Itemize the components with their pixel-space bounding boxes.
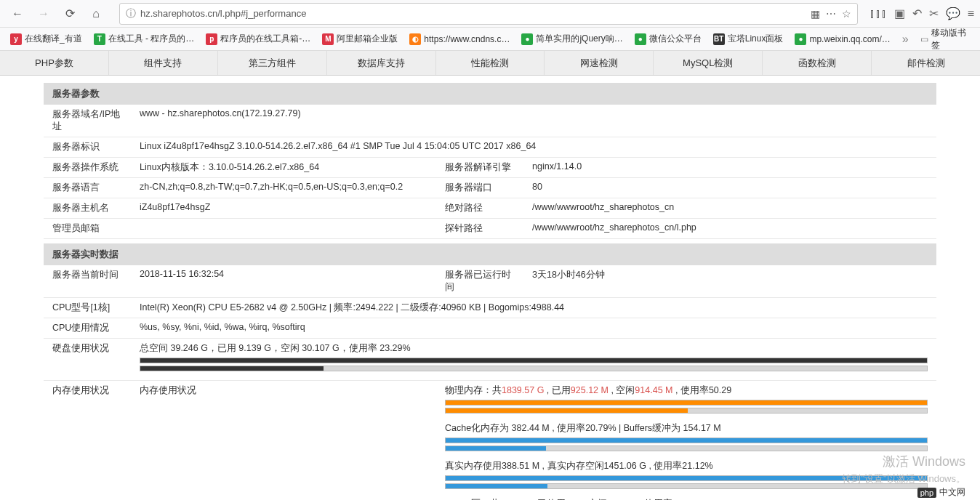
php-cn-logo[interactable]: php中文网 [917, 486, 965, 499]
undo-icon[interactable]: ↶ [912, 7, 922, 20]
sidebar-icon[interactable]: ▣ [894, 7, 905, 20]
table-row: 服务器语言zh-CN,zh;q=0.8,zh-TW;q=0.7,zh-HK;q=… [44, 178, 936, 198]
chat-icon[interactable]: 💬 [946, 7, 960, 20]
tab-database[interactable]: 数据库支持 [327, 51, 436, 75]
table-row: 硬盘使用状况 总空间 39.246 G，已用 9.139 G，空闲 30.107… [44, 339, 936, 381]
main-content: 服务器参数 服务器域名/IP地址www - hz.sharephotos.cn(… [0, 76, 980, 500]
tabs-bar: PHP参数 组件支持 第三方组件 数据库支持 性能检测 网速检测 MySQL检测… [0, 51, 980, 76]
home-button[interactable]: ⌂ [84, 2, 108, 25]
forward-button: → [32, 2, 55, 25]
table-row: 服务器当前时间2018-11-15 16:32:54服务器已运行时间3天18小时… [44, 265, 936, 298]
bookmark-item[interactable]: ●微信公众平台 [632, 31, 704, 47]
tab-php-params[interactable]: PHP参数 [0, 51, 109, 75]
disk-bar-total [140, 358, 928, 363]
table-row: 管理员邮箱探针路径/www/wwwroot/hz_sharephotos_cn/… [44, 219, 936, 239]
bookmark-icon: ● [795, 33, 806, 45]
qr-icon[interactable]: ▦ [811, 8, 820, 20]
table-row: 服务器标识Linux iZ4u8pf17e4hsgZ 3.10.0-514.26… [44, 137, 936, 158]
bookmark-icon: y [10, 33, 22, 45]
section-server-params-header: 服务器参数 [44, 83, 936, 105]
more-icon[interactable]: ⋯ [826, 8, 836, 20]
section-realtime-header: 服务器实时数据 [44, 243, 936, 265]
bookmark-icon: T [94, 33, 105, 45]
tab-mail[interactable]: 邮件检测 [872, 51, 980, 75]
cache-bar-total [445, 438, 928, 443]
phys-bar-used [445, 408, 928, 414]
table-row: CPU型号[1核]Intel(R) Xeon(R) CPU E5-2682 v4… [44, 298, 936, 318]
tab-functions[interactable]: 函数检测 [763, 51, 872, 75]
real-bar-total [445, 475, 928, 481]
tab-components[interactable]: 组件支持 [109, 51, 218, 75]
url-bar[interactable]: ⓘ hz.sharephotos.cn/l.php#j_performance … [119, 3, 858, 25]
realtime-table: 服务器当前时间2018-11-15 16:32:54服务器已运行时间3天18小时… [44, 265, 936, 500]
bookmark-icon: p [206, 33, 217, 45]
bookmark-icon: ● [635, 33, 646, 45]
bookmark-item[interactable]: p程序员的在线工具箱-… [203, 31, 313, 47]
server-params-table: 服务器域名/IP地址www - hz.sharephotos.cn(172.19… [44, 105, 936, 239]
bookmark-icon: ● [521, 33, 533, 45]
tab-mysql[interactable]: MySQL检测 [654, 51, 763, 75]
disk-bar-used [140, 366, 928, 371]
back-button[interactable]: ← [6, 2, 29, 25]
tab-network[interactable]: 网速检测 [545, 51, 654, 75]
bookmark-icon: M [322, 33, 334, 45]
real-bar-used [445, 483, 928, 489]
library-icon[interactable]: ⫿⫿⫿ [869, 7, 887, 20]
phys-bar-total [445, 400, 928, 406]
table-row: 内存使用状况 内存使用状况 物理内存：共1839.57 G , 已用925.12… [44, 381, 936, 501]
bookmark-icon: ◐ [409, 33, 421, 45]
bookmark-item[interactable]: T在线工具 - 程序员的… [91, 31, 198, 47]
bookmark-item[interactable]: ●简单实用的jQuery响… [518, 31, 625, 47]
site-info-icon[interactable]: ⓘ [126, 7, 136, 20]
bookmark-star-icon[interactable]: ☆ [842, 8, 851, 20]
disk-text: 总空间 39.246 G，已用 9.139 G，空闲 30.107 G，使用率 … [140, 342, 928, 355]
bookmarks-bar: y在线翻译_有道 T在线工具 - 程序员的… p程序员的在线工具箱-… M阿里邮… [0, 28, 980, 51]
bookmark-item[interactable]: ◐https://www.cndns.c… [406, 31, 513, 47]
menu-icon[interactable]: ≡ [968, 7, 974, 20]
tab-3rd-party[interactable]: 第三方组件 [218, 51, 327, 75]
real-text: 真实内存使用388.51 M , 真实内存空闲1451.06 G , 使用率21… [445, 460, 928, 472]
bookmark-item[interactable]: ●mp.weixin.qq.com/… [792, 31, 893, 47]
bookmark-item[interactable]: M阿里邮箱企业版 [319, 31, 401, 47]
table-row: 服务器域名/IP地址www - hz.sharephotos.cn(172.19… [44, 105, 936, 137]
mobile-icon: ▭ [920, 34, 928, 44]
clip-icon[interactable]: ✂ [929, 7, 939, 20]
bookmark-item[interactable]: y在线翻译_有道 [7, 31, 85, 47]
table-row: CPU使用情况%us, %sy, %ni, %id, %wa, %irq, %s… [44, 318, 936, 339]
browser-toolbar: ← → ⟳ ⌂ ⓘ hz.sharephotos.cn/l.php#j_perf… [0, 0, 980, 28]
cache-bar-used [445, 445, 928, 451]
bookmark-icon: BT [713, 33, 725, 45]
bookmarks-overflow[interactable]: » [899, 33, 912, 46]
tab-performance[interactable]: 性能检测 [436, 51, 545, 75]
reload-button[interactable]: ⟳ [58, 2, 81, 25]
phys-mem-text: 物理内存：共1839.57 G , 已用925.12 M , 空闲914.45 … [445, 384, 928, 397]
table-row: 服务器主机名iZ4u8pf17e4hsgZ绝对路径/www/wwwroot/hz… [44, 198, 936, 219]
cache-text: Cache化内存为 382.44 M , 使用率20.79% | Buffers… [445, 422, 928, 435]
table-row: 服务器操作系统Linux内核版本：3.10.0-514.26.2.el7.x86… [44, 158, 936, 178]
mobile-bookmarks[interactable]: ▭移动版书签 [920, 28, 973, 51]
url-text: hz.sharephotos.cn/l.php#j_performance [140, 8, 806, 19]
bookmark-item[interactable]: BT宝塔Linux面板 [710, 31, 787, 47]
